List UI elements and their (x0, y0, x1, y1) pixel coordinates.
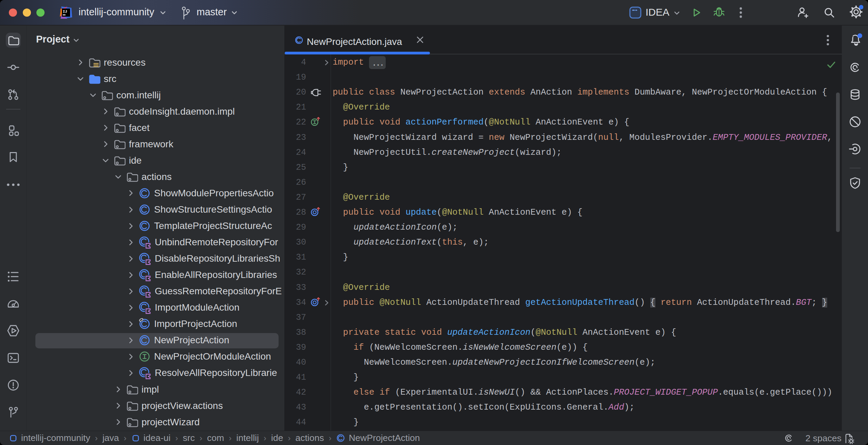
svg-text:IJ: IJ (63, 10, 67, 14)
